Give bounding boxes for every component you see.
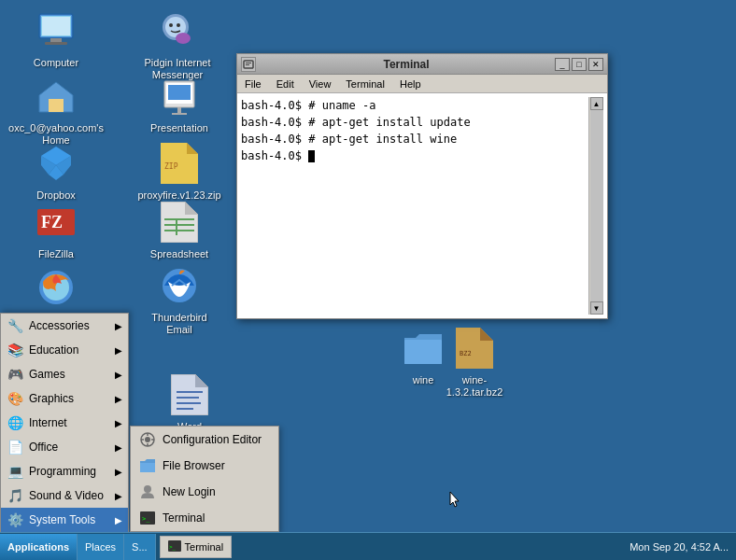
- terminal-window-controls: _ □ ✕: [555, 58, 603, 71]
- svg-marker-47: [456, 328, 493, 369]
- file-browser-label: File Browser: [163, 459, 225, 472]
- submenu-config-editor[interactable]: Configuration Editor: [131, 427, 278, 453]
- internet-label: Internet: [29, 416, 67, 429]
- submenu-file-browser[interactable]: File Browser: [131, 453, 278, 479]
- taskbar-applications-btn[interactable]: Applications: [0, 534, 78, 560]
- proxyfire-icon-img: ZIP: [157, 141, 202, 186]
- graphics-arrow: ▶: [115, 394, 122, 404]
- svg-rect-11: [49, 99, 64, 112]
- presentation-icon-label: Presentation: [150, 122, 208, 134]
- svg-rect-14: [168, 85, 191, 100]
- scrollbar-up-btn[interactable]: ▲: [590, 97, 603, 110]
- scrollbar-track: [590, 110, 603, 301]
- internet-icon: 🌐: [7, 414, 23, 431]
- svg-marker-48: [480, 328, 493, 341]
- svg-rect-43: [177, 397, 199, 399]
- config-editor-label: Configuration Editor: [163, 433, 262, 446]
- taskbar-datetime: Mon Sep 20, 4:52 A...: [622, 541, 736, 553]
- terminal-line-2: bash-4.0$ # apt-get install update: [241, 114, 588, 131]
- wine-folder-label: wine: [413, 374, 434, 386]
- taskbar-terminal-icon-small: >_: [168, 540, 181, 553]
- desktop-icon-presentation[interactable]: Presentation: [142, 70, 217, 138]
- spreadsheet-icon-img: [157, 200, 202, 245]
- accessories-label: Accessories: [29, 319, 90, 332]
- svg-text:FZ: FZ: [41, 213, 63, 231]
- desktop-icon-thunderbird[interactable]: Thunderbird Email: [142, 259, 217, 340]
- menu-item-games[interactable]: 🎮 Games ▶: [1, 362, 128, 386]
- svg-point-65: [144, 485, 151, 493]
- svg-text:BZ2: BZ2: [460, 350, 472, 357]
- menu-item-accessories[interactable]: 🔧 Accessories ▶: [1, 314, 128, 338]
- menu-item-internet[interactable]: 🌐 Internet ▶: [1, 411, 128, 435]
- terminal-content: bash-4.0$ # uname -a bash-4.0$ # apt-get…: [237, 93, 607, 318]
- terminal-line-1: bash-4.0$ # uname -a: [241, 97, 588, 114]
- accessories-arrow: ▶: [115, 321, 122, 331]
- taskbar-applications-label: Applications: [7, 541, 69, 553]
- sound-video-icon: 🎵: [7, 487, 23, 504]
- scrollbar-down-btn[interactable]: ▼: [590, 301, 603, 315]
- graphics-label: Graphics: [29, 392, 74, 405]
- svg-rect-64: [140, 463, 155, 472]
- terminal-menu-help[interactable]: Help: [396, 78, 425, 90]
- computer-icon-label: Computer: [34, 57, 78, 69]
- terminal-close-btn[interactable]: ✕: [588, 58, 603, 71]
- terminal-line-4: bash-4.0$: [241, 147, 588, 164]
- menu-item-graphics[interactable]: 🎨 Graphics ▶: [1, 386, 128, 411]
- terminal-menu-view[interactable]: View: [305, 78, 335, 90]
- terminal-menu-file[interactable]: File: [241, 78, 265, 90]
- svg-rect-28: [164, 218, 194, 220]
- desktop-icon-spreadsheet[interactable]: Spreadsheet: [142, 196, 217, 264]
- terminal-scrollbar[interactable]: ▲ ▼: [588, 97, 603, 315]
- taskbar-terminal-btn[interactable]: >_ Terminal: [160, 536, 233, 558]
- education-arrow: ▶: [115, 345, 122, 356]
- office-arrow: ▶: [115, 442, 122, 453]
- menu-item-sound-video[interactable]: 🎵 Sound & Video ▶: [1, 483, 128, 508]
- system-tools-label: System Tools: [29, 513, 95, 526]
- terminal-submenu-icon: >_: [138, 509, 157, 527]
- terminal-minimize-btn[interactable]: _: [555, 58, 570, 71]
- filezilla-icon-img: FZ: [34, 200, 78, 245]
- thunderbird-icon-label: Thunderbird Email: [146, 312, 213, 336]
- svg-marker-41: [195, 374, 208, 387]
- terminal-menu-edit[interactable]: Edit: [273, 78, 298, 90]
- programming-arrow: ▶: [115, 467, 122, 477]
- home-icon-img: [34, 74, 78, 119]
- system-tools-icon: ⚙️: [7, 511, 23, 528]
- svg-rect-57: [246, 64, 249, 65]
- taskbar-system-btn[interactable]: S...: [124, 534, 156, 560]
- desktop-icon-filezilla[interactable]: FZ FileZilla: [19, 196, 93, 264]
- desktop-icon-computer[interactable]: Computer: [19, 5, 93, 73]
- svg-rect-45: [177, 408, 193, 410]
- submenu-terminal[interactable]: >_ Terminal: [131, 505, 278, 531]
- terminal-text[interactable]: bash-4.0$ # uname -a bash-4.0$ # apt-get…: [241, 97, 588, 315]
- svg-rect-15: [177, 107, 181, 113]
- svg-rect-4: [42, 17, 70, 35]
- svg-point-7: [176, 33, 191, 44]
- svg-rect-42: [177, 391, 203, 393]
- games-arrow: ▶: [115, 370, 122, 380]
- svg-rect-30: [164, 230, 194, 231]
- svg-point-8: [169, 23, 173, 27]
- games-label: Games: [29, 368, 65, 381]
- submenu-new-login[interactable]: New Login: [131, 479, 278, 505]
- terminal-menu-terminal[interactable]: Terminal: [342, 78, 389, 90]
- office-label: Office: [29, 441, 58, 454]
- programming-icon: 💻: [7, 463, 23, 480]
- education-icon: 📚: [7, 342, 23, 358]
- terminal-menubar: File Edit View Terminal Help: [237, 75, 607, 93]
- svg-marker-26: [161, 202, 198, 243]
- terminal-maximize-btn[interactable]: □: [572, 58, 587, 71]
- svg-rect-3: [45, 42, 67, 45]
- wine-archive-icon-img: BZ2: [452, 326, 497, 371]
- menu-item-education[interactable]: 📚 Education ▶: [1, 338, 128, 362]
- office-icon: 📄: [7, 439, 23, 455]
- svg-rect-16: [172, 113, 187, 115]
- taskbar-places-btn[interactable]: Places: [78, 534, 124, 560]
- menu-item-programming[interactable]: 💻 Programming ▶: [1, 459, 128, 483]
- menu-item-system-tools[interactable]: ⚙️ System Tools ▶ Configuration Editor: [1, 508, 128, 532]
- desktop-icon-wine-archive[interactable]: BZ2 wine-1.3.2.tar.bz2: [437, 322, 512, 402]
- pidgin-icon-img: [155, 8, 200, 53]
- menu-item-office[interactable]: 📄 Office ▶: [1, 435, 128, 459]
- taskbar-places-label: Places: [85, 541, 116, 553]
- svg-rect-31: [176, 218, 177, 235]
